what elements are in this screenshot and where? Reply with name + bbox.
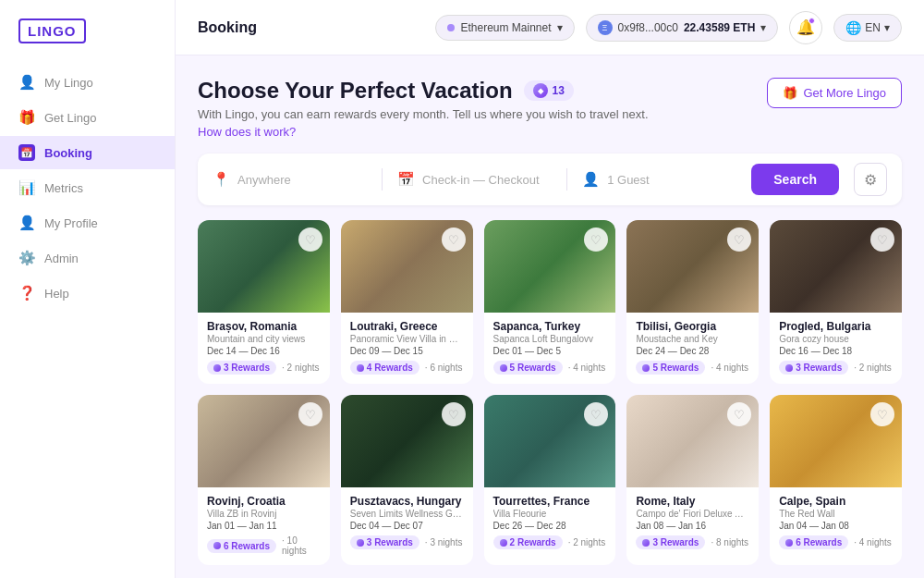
favorite-button-tbilisi[interactable]: ♡: [727, 228, 751, 252]
card-city-tourrettes: Tourrettes, France: [493, 495, 607, 508]
favorite-button-tourrettes[interactable]: ♡: [584, 402, 608, 426]
dates-field[interactable]: 📅 Check-in — Checkout: [397, 171, 552, 188]
sidebar-nav: 👤 My Lingo 🎁 Get Lingo 📅 Booking 📊 Metri…: [0, 66, 175, 560]
card-calpe[interactable]: ♡ Calpe, Spain The Red Wall Jan 04 — Jan…: [770, 395, 902, 565]
favorite-button-brasov[interactable]: ♡: [298, 228, 322, 252]
rewards-dot-tourrettes: [500, 539, 507, 547]
filter-button[interactable]: ⚙: [854, 163, 887, 196]
wallet-balance[interactable]: Ξ 0x9f8...00c0 22.43589 ETH ▾: [586, 14, 779, 42]
logo-area: LINGO: [0, 18, 175, 66]
rewards-badge-rome: 3 Rewards: [636, 535, 705, 549]
chevron-down-icon-lang: ▾: [884, 21, 890, 34]
favorite-button-progled[interactable]: ♡: [870, 228, 894, 252]
card-sapanca[interactable]: ♡ Sapanca, Turkey Sapanca Loft Bungalovv…: [484, 220, 616, 384]
card-progled[interactable]: ♡ Progled, Bulgaria Gora cozy house Dec …: [770, 220, 902, 384]
card-dates-progled: Dec 16 — Dec 18: [779, 346, 893, 356]
admin-icon: ⚙️: [18, 250, 35, 266]
card-city-sapanca: Sapanca, Turkey: [493, 320, 607, 333]
card-footer-loutraki: 4 Rewards · 6 nights: [350, 361, 464, 375]
calendar-icon: 📅: [397, 171, 415, 188]
nights-loutraki: · 6 nights: [425, 363, 463, 373]
favorite-button-rovinj[interactable]: ♡: [298, 402, 322, 426]
rewards-badge-calpe: 6 Rewards: [779, 535, 848, 549]
card-loutraki[interactable]: ♡ Loutraki, Greece Panoramic View Villa …: [341, 220, 473, 384]
card-image-rovinj: ♡: [198, 395, 330, 487]
card-subloc-tbilisi: Moustache and Key: [636, 334, 749, 344]
card-subloc-sapanca: Sapanca Loft Bungalovv: [493, 334, 607, 344]
wallet-short: 0x9f8...00c0: [618, 21, 678, 34]
card-body-rovinj: Rovinj, Croatia Villa ZB in Rovinj Jan 0…: [198, 487, 330, 565]
card-subloc-rome: Campo de' Fiori Deluxe Apartment: [636, 509, 749, 519]
sidebar-item-metrics[interactable]: 📊 Metrics: [0, 171, 175, 204]
how-does-it-work-link[interactable]: How does it work?: [198, 125, 296, 139]
help-icon: ❓: [18, 285, 35, 301]
sidebar-label-help: Help: [44, 287, 69, 301]
card-rome[interactable]: ♡ Rome, Italy Campo de' Fiori Deluxe Apa…: [626, 395, 759, 565]
card-body-rome: Rome, Italy Campo de' Fiori Deluxe Apart…: [626, 487, 759, 559]
divider-1: [382, 168, 383, 191]
location-field[interactable]: 📍 Anywhere: [213, 171, 367, 188]
card-subloc-brasov: Mountain and city views: [207, 334, 321, 344]
sidebar-item-my-lingo[interactable]: 👤 My Lingo: [0, 66, 175, 99]
sidebar-item-get-lingo[interactable]: 🎁 Get Lingo: [0, 101, 175, 134]
rewards-dot-pusztavacs: [357, 539, 364, 547]
card-footer-brasov: 3 Rewards · 2 nights: [207, 361, 321, 375]
card-dates-tourrettes: Dec 26 — Dec 28: [493, 521, 607, 531]
header: Booking Ethereum Mainnet ▾ Ξ 0x9f8...00c…: [176, 0, 924, 55]
rewards-dot-brasov: [213, 364, 221, 372]
card-tbilisi[interactable]: ♡ Tbilisi, Georgia Moustache and Key Dec…: [626, 220, 759, 384]
sidebar: LINGO 👤 My Lingo 🎁 Get Lingo 📅 Booking 📊…: [0, 0, 176, 578]
sidebar-item-help[interactable]: ❓ Help: [0, 277, 175, 310]
search-button[interactable]: Search: [751, 164, 839, 195]
eth-icon: Ξ: [598, 20, 613, 35]
lingo-count-badge: ◆ 13: [524, 80, 574, 101]
card-body-pusztavacs: Pusztavacs, Hungary Seven Limits Wellnes…: [341, 487, 473, 559]
cards-grid: ♡ Brașov, Romania Mountain and city view…: [198, 220, 902, 565]
card-pusztavacs[interactable]: ♡ Pusztavacs, Hungary Seven Limits Welln…: [341, 395, 473, 565]
card-tourrettes[interactable]: ♡ Tourrettes, France Villa Fleourie Dec …: [484, 395, 616, 565]
rewards-dot-loutraki: [357, 364, 364, 372]
card-image-loutraki: ♡: [341, 220, 473, 313]
favorite-button-loutraki[interactable]: ♡: [442, 228, 466, 252]
rewards-badge-tbilisi: 5 Rewards: [636, 361, 705, 375]
card-dates-tbilisi: Dec 24 — Dec 28: [636, 346, 749, 356]
card-footer-calpe: 6 Rewards · 4 nights: [779, 535, 893, 549]
sidebar-item-my-profile[interactable]: 👤 My Profile: [0, 206, 175, 240]
card-city-calpe: Calpe, Spain: [779, 495, 893, 508]
network-dot: [447, 24, 455, 31]
guests-field[interactable]: 👤 1 Guest: [582, 171, 736, 188]
divider-2: [566, 168, 567, 191]
card-city-progled: Progled, Bulgaria: [779, 320, 893, 333]
language-selector[interactable]: 🌐 EN ▾: [833, 14, 902, 42]
card-body-progled: Progled, Bulgaria Gora cozy house Dec 16…: [770, 313, 902, 384]
favorite-button-pusztavacs[interactable]: ♡: [442, 402, 466, 426]
gift-icon: 🎁: [783, 86, 797, 100]
favorite-button-calpe[interactable]: ♡: [870, 402, 894, 426]
booking-icon: 📅: [18, 144, 35, 161]
card-image-progled: ♡: [770, 220, 902, 313]
card-dates-brasov: Dec 14 — Dec 16: [207, 346, 321, 356]
wallet-balance-text: 22.43589 ETH: [684, 21, 755, 34]
nights-tourrettes: · 2 nights: [568, 537, 606, 547]
card-dates-sapanca: Dec 01 — Dec 5: [493, 346, 607, 356]
content-area: Choose Your Perfect Vacation ◆ 13 With L…: [176, 55, 924, 578]
logo[interactable]: LINGO: [18, 18, 86, 43]
card-image-tourrettes: ♡: [484, 395, 616, 487]
page-title: Choose Your Perfect Vacation: [198, 78, 513, 104]
nights-rovinj: · 10 nights: [282, 535, 321, 556]
card-rovinj[interactable]: ♡ Rovinj, Croatia Villa ZB in Rovinj Jan…: [198, 395, 330, 565]
get-more-lingo-button[interactable]: 🎁 Get More Lingo: [767, 78, 902, 108]
favorite-button-rome[interactable]: ♡: [727, 402, 751, 426]
rewards-dot-rome: [642, 539, 650, 547]
sidebar-item-admin[interactable]: ⚙️ Admin: [0, 241, 175, 275]
header-title: Booking: [198, 19, 257, 36]
nights-rome: · 8 nights: [711, 537, 748, 547]
sidebar-item-booking[interactable]: 📅 Booking: [0, 136, 175, 169]
notifications-button[interactable]: 🔔: [789, 11, 822, 44]
chevron-down-icon: ▾: [557, 21, 563, 34]
network-selector[interactable]: Ethereum Mainnet ▾: [435, 15, 574, 41]
rewards-dot-rovinj: [213, 542, 221, 549]
favorite-button-sapanca[interactable]: ♡: [584, 228, 608, 252]
card-brasov[interactable]: ♡ Brașov, Romania Mountain and city view…: [198, 220, 330, 384]
card-city-tbilisi: Tbilisi, Georgia: [636, 320, 749, 333]
